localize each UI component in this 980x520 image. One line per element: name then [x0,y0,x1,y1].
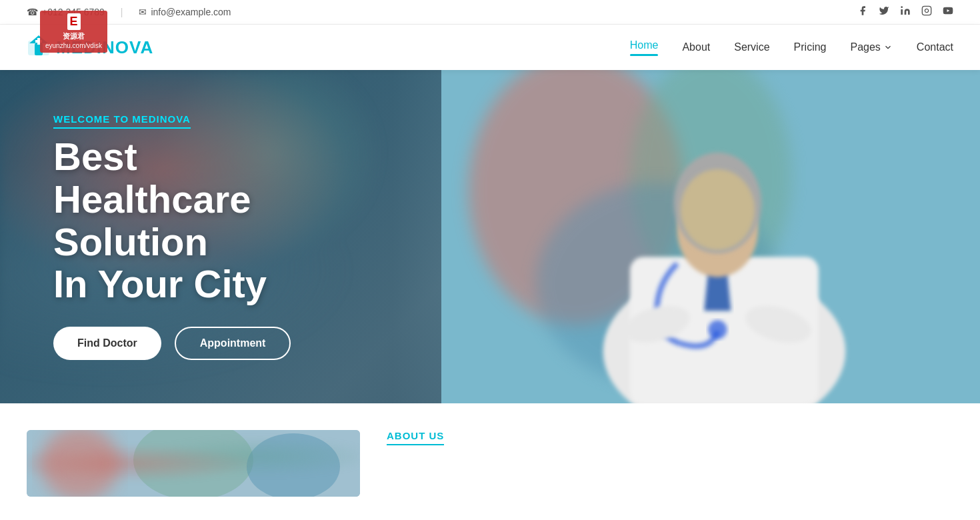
twitter-icon[interactable] [879,5,889,19]
phone-icon: ☎ [27,7,38,17]
nav-pages-dropdown[interactable]: Pages [850,41,892,53]
about-image [27,430,360,497]
hero-title: Best Healthcare Solution In Your City [53,135,333,305]
chevron-down-icon [883,43,893,52]
nav-about[interactable]: About [682,41,710,53]
svg-point-0 [901,6,903,8]
facebook-icon[interactable] [857,5,868,19]
hero-title-line1: Best Healthcare Solution [53,135,251,263]
hero-section: WELCOME TO MEDINOVA Best Healthcare Solu… [0,70,980,403]
svg-rect-1 [922,6,931,15]
nav-pricing-link[interactable]: Pricing [794,41,827,53]
hero-doctor-image [441,70,981,403]
watermark-url: eyunzhu.com/vdisk [45,41,102,50]
svg-point-22 [40,430,120,497]
nav-contact[interactable]: Contact [917,41,953,53]
topbar-divider: | [121,7,123,17]
nav-home-link[interactable]: Home [630,39,659,56]
appointment-button[interactable]: Appointment [175,327,291,360]
about-text-area: ABOUT US [387,430,953,445]
nav-service-link[interactable]: Service [734,41,769,53]
youtube-icon[interactable] [943,5,953,19]
nav-menu: Home About Service Pricing Pages Contact [630,39,953,56]
navbar: MEDINOVA Home About Service Pricing Page… [0,25,980,70]
nav-pages-link[interactable]: Pages [850,41,880,53]
about-label: ABOUT US [387,430,444,445]
about-preview: ABOUT US [0,403,980,497]
linkedin-icon[interactable] [900,5,911,19]
email-info: ✉ info@example.com [139,7,231,17]
svg-point-18 [708,320,727,339]
watermark: E 资源君 eyunzhu.com/vdisk [40,11,107,53]
topbar: ☎ +012 345 6789 | ✉ info@example.com [0,0,980,25]
svg-point-23 [133,430,253,497]
email-icon: ✉ [139,7,147,17]
nav-about-link[interactable]: About [682,41,710,53]
hero-subtitle: WELCOME TO MEDINOVA [53,113,191,129]
nav-contact-link[interactable]: Contact [917,41,953,53]
svg-rect-21 [27,430,360,497]
instagram-icon[interactable] [921,5,932,19]
watermark-logo: E [67,13,81,30]
hero-content: WELCOME TO MEDINOVA Best Healthcare Solu… [0,113,387,360]
email-address: info@example.com [151,7,231,17]
svg-point-17 [680,169,754,250]
social-links [857,5,953,19]
find-doctor-button[interactable]: Find Doctor [53,327,161,360]
hero-buttons: Find Doctor Appointment [53,327,333,360]
nav-pages[interactable]: Pages [850,41,892,53]
nav-pricing[interactable]: Pricing [794,41,827,53]
svg-point-24 [247,433,340,497]
hero-title-line2: In Your City [53,262,267,305]
nav-home[interactable]: Home [630,39,659,56]
nav-service[interactable]: Service [734,41,769,53]
watermark-brand: 资源君 [63,31,85,41]
